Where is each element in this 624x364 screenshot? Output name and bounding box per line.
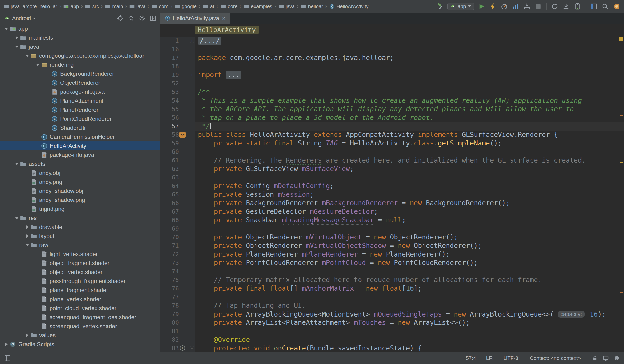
apply-changes-icon[interactable] [489,2,497,10]
chevron-down-icon[interactable] [3,28,9,30]
chevron-down-icon[interactable] [14,46,20,48]
tree-item-manifests[interactable]: manifests [0,33,160,42]
tree-item-rendering[interactable]: rendering [0,60,160,69]
fold-toggle-icon[interactable]: + [190,73,194,77]
breadcrumb-item-java[interactable]: java [278,3,295,9]
tree-item-light-vertex-shader[interactable]: light_vertex.shader [0,250,160,259]
tree-item-screenquad-vertex-shader[interactable]: screenquad_vertex.shader [0,322,160,331]
editor-tab[interactable]: C HelloArActivity.java × [160,13,230,24]
build-hammer-icon[interactable] [436,2,444,10]
chevron-down-icon[interactable] [24,244,30,246]
fold-toggle-icon[interactable]: + [190,39,194,43]
tree-item-planeattachment[interactable]: CPlaneAttachment [0,96,160,105]
breadcrumb-current-element[interactable]: HelloArActivity [195,26,259,34]
tree-item-pointcloudrenderer[interactable]: CPointCloudRenderer [0,114,160,123]
fold-toggle-icon[interactable]: − [190,346,194,350]
tree-item-res[interactable]: res [0,213,160,223]
tree-item-andy-shadow-obj[interactable]: andy_shadow.obj [0,186,160,196]
settings-gear-icon[interactable] [139,15,145,22]
breadcrumb-item-java[interactable]: java [129,3,146,9]
project-view-selector[interactable]: Android [4,15,36,22]
fold-toggle-icon[interactable]: − [190,90,194,94]
chevron-down-icon[interactable] [14,217,20,219]
breadcrumb-item-helloar[interactable]: helloar [301,3,323,9]
project-structure-icon[interactable] [590,2,598,10]
collapse-all-icon[interactable] [128,15,134,22]
breadcrumb-item-examples[interactable]: examples [244,3,272,9]
context-widget[interactable]: Context: <no context> [530,355,581,361]
tree-item-andy-png[interactable]: andy.png [0,178,160,186]
tree-item-object-vertex-shader[interactable]: object_vertex.shader [0,268,160,277]
tree-item-assets[interactable]: assets [0,159,160,168]
breadcrumb-item-src[interactable]: src [85,3,99,9]
tree-item-andy-obj[interactable]: andy.obj [0,168,160,178]
tree-item-planerenderer[interactable]: CPlaneRenderer [0,105,160,114]
chevron-right-icon[interactable] [24,225,30,229]
breadcrumb-item-google[interactable]: google [174,3,197,9]
breadcrumb-item-core[interactable]: core [220,3,237,9]
breadcrumb-item-app[interactable]: app [63,3,79,9]
profiler-icon[interactable] [500,2,508,10]
run-config-selector[interactable]: app [447,3,474,10]
chevron-right-icon[interactable] [24,334,30,337]
tree-item-backgroundrenderer[interactable]: CBackgroundRenderer [0,69,160,78]
tree-item-camerapermissionhelper[interactable]: CCameraPermissionHelper [0,132,160,141]
tree-item-package-info-java[interactable]: package-info.java [0,151,160,159]
tree-item-plane-fragment-shader[interactable]: plane_fragment.shader [0,286,160,295]
tree-item-object-fragment-shader[interactable]: object_fragment.shader [0,259,160,268]
stripe-mark[interactable] [620,292,623,293]
breadcrumb-item-main[interactable]: main [105,3,123,9]
lock-icon[interactable] [592,355,598,361]
code-editor[interactable]: 1+/.../1617package com.google.ar.core.ex… [160,36,624,352]
close-icon[interactable]: × [222,15,225,21]
stripe-mark[interactable] [620,162,623,163]
chevron-right-icon[interactable] [3,343,9,346]
tree-item-gradle-scripts[interactable]: GGradle Scripts [0,340,160,349]
sdk-manager-icon[interactable] [562,2,570,10]
display-icon[interactable] [603,355,609,361]
breadcrumb-item-ar[interactable]: ar [203,3,214,9]
tree-item-screenquad-fragment-oes-shader[interactable]: screenquad_fragment_oes.shader [0,313,160,322]
search-everywhere-icon[interactable] [601,2,609,10]
tree-item-passthrough-fragment-shader[interactable]: passthrough_fragment.shader [0,277,160,286]
chevron-right-icon[interactable] [24,234,30,238]
tree-item-com-google-ar-core-examples-java-helloar[interactable]: com.google.ar.core.examples.java.helloar [0,51,160,60]
tree-item-package-info-java[interactable]: package-info.java [0,87,160,96]
tree-item-app[interactable]: app [0,24,160,33]
stop-icon[interactable] [534,2,542,10]
attach-debugger-icon[interactable] [523,2,531,10]
tree-item-andy-shadow-png[interactable]: andy_shadow.png [0,196,160,205]
related-activity-icon[interactable]: <> [179,132,185,138]
run-icon[interactable] [477,2,485,10]
tool-windows-icon[interactable] [4,355,11,362]
inspections-icon[interactable] [614,355,620,361]
encoding-widget[interactable]: UTF-8: [503,355,520,361]
avd-manager-icon[interactable] [573,2,581,10]
hide-panel-icon[interactable] [150,15,156,22]
tree-item-point-cloud-vertex-shader[interactable]: point_cloud_vertex.shader [0,304,160,313]
tree-item-plane-vertex-shader[interactable]: plane_vertex.shader [0,295,160,304]
tree-item-objectrenderer[interactable]: CObjectRenderer [0,78,160,87]
breadcrumb-item-com[interactable]: com [152,3,168,9]
chevron-down-icon[interactable] [14,163,20,165]
chevron-right-icon[interactable] [14,36,20,39]
stripe-mark[interactable] [620,115,623,116]
tree-item-helloaractivity[interactable]: CHelloArActivity [0,141,160,151]
chevron-down-icon[interactable] [35,64,41,66]
breadcrumb-item-java-arcore-hello-ar[interactable]: java_arcore_hello_ar [3,3,57,9]
tree-item-java[interactable]: java [0,42,160,51]
override-method-icon[interactable]: ↑ [180,345,185,351]
chevron-down-icon[interactable] [24,55,30,57]
sync-project-icon[interactable] [551,2,559,10]
breadcrumb-item-helloaractivity[interactable]: CHelloArActivity [329,3,368,9]
tree-item-layout[interactable]: layout [0,232,160,241]
locate-icon[interactable] [117,15,124,22]
assistant-icon[interactable] [613,2,621,10]
tree-item-trigrid-png[interactable]: trigrid.png [0,205,160,213]
tree-item-shaderutil[interactable]: CShaderUtil [0,123,160,132]
tree-item-values[interactable]: values [0,331,160,340]
tree-item-drawable[interactable]: drawable [0,223,160,232]
caret-position-widget[interactable]: 57:4 [466,355,476,361]
line-separator-widget[interactable]: LF: [486,355,494,361]
captures-chart-icon[interactable] [512,2,520,10]
